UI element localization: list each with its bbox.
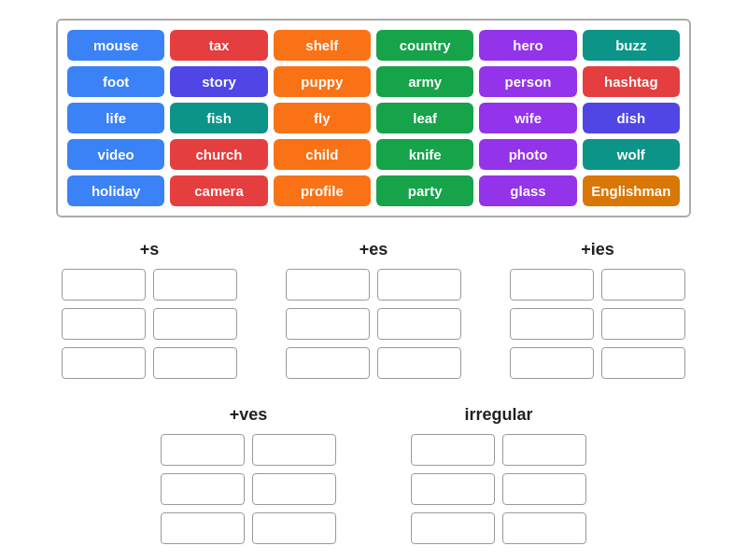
word-tile-profile[interactable]: profile [274,175,371,206]
word-tile-life[interactable]: life [67,103,164,133]
word-bank: mousetaxshelfcountryherobuzzfootstorypup… [56,19,691,217]
drop-box[interactable] [411,473,495,505]
drop-box[interactable] [153,347,237,379]
word-tile-fly[interactable]: fly [274,103,371,133]
drop-box[interactable] [377,308,461,340]
category-plus-s: +s [62,240,237,379]
word-tile-knife[interactable]: knife [376,139,473,170]
word-tile-glass[interactable]: glass [479,175,576,206]
word-tile-person[interactable]: person [479,66,576,97]
drop-box[interactable] [502,434,586,466]
drop-box[interactable] [252,473,336,505]
category-plus-ves: +ves [161,405,336,544]
drop-box[interactable] [153,269,237,301]
drop-box[interactable] [62,308,146,340]
word-tile-country[interactable]: country [376,30,473,61]
drop-box[interactable] [252,434,336,466]
plus-ies-label: +ies [581,240,614,259]
word-tile-buzz[interactable]: buzz [583,30,680,61]
word-tile-party[interactable]: party [376,175,473,206]
drop-box[interactable] [510,308,594,340]
word-tile-child[interactable]: child [274,139,371,170]
category-plus-es: +es [286,240,461,379]
drop-box[interactable] [252,512,336,544]
drop-box[interactable] [601,308,685,340]
word-tile-hashtag[interactable]: hashtag [583,66,680,97]
category-irregular: irregular [411,405,586,544]
plus-s-grid [62,269,237,379]
drop-box[interactable] [411,434,495,466]
word-tile-mouse[interactable]: mouse [67,30,164,61]
drop-box[interactable] [161,512,245,544]
drop-box[interactable] [161,434,245,466]
word-tile-foot[interactable]: foot [67,66,164,97]
drop-box[interactable] [161,473,245,505]
irregular-grid [411,434,586,544]
bottom-categories: +ves irregular [37,405,710,544]
irregular-label: irregular [464,405,532,425]
word-tile-wife[interactable]: wife [479,103,576,133]
drop-box[interactable] [153,308,237,340]
word-tile-leaf[interactable]: leaf [376,103,473,133]
word-tile-wolf[interactable]: wolf [583,139,680,170]
drop-box[interactable] [502,473,586,505]
top-categories: +s +es +ies [37,240,710,379]
word-tile-video[interactable]: video [67,139,164,170]
drop-box[interactable] [510,269,594,301]
word-tile-dish[interactable]: dish [583,103,680,133]
word-tile-tax[interactable]: tax [170,30,267,61]
plus-s-label: +s [140,240,160,259]
drop-box[interactable] [377,269,461,301]
word-tile-puppy[interactable]: puppy [274,66,371,97]
word-tile-hero[interactable]: hero [479,30,576,61]
drop-box[interactable] [62,269,146,301]
word-tile-camera[interactable]: camera [170,175,267,206]
drop-box[interactable] [510,347,594,379]
drop-box[interactable] [377,347,461,379]
word-tile-shelf[interactable]: shelf [274,30,371,61]
category-plus-ies: +ies [510,240,685,379]
word-tile-holiday[interactable]: holiday [67,175,164,206]
word-tile-church[interactable]: church [170,139,267,170]
drop-box[interactable] [286,308,370,340]
plus-ies-grid [510,269,685,379]
drop-box[interactable] [601,347,685,379]
plus-ves-label: +ves [230,405,268,425]
word-tile-fish[interactable]: fish [170,103,267,133]
drop-box[interactable] [601,269,685,301]
drop-box[interactable] [286,347,370,379]
word-tile-story[interactable]: story [170,66,267,97]
drop-box[interactable] [62,347,146,379]
plus-es-label: +es [359,240,388,259]
drop-box[interactable] [286,269,370,301]
drop-box[interactable] [411,512,495,544]
word-tile-army[interactable]: army [376,66,473,97]
word-tile-photo[interactable]: photo [479,139,576,170]
drop-box[interactable] [502,512,586,544]
word-tile-Englishman[interactable]: Englishman [583,175,680,206]
plus-ves-grid [161,434,336,544]
plus-es-grid [286,269,461,379]
